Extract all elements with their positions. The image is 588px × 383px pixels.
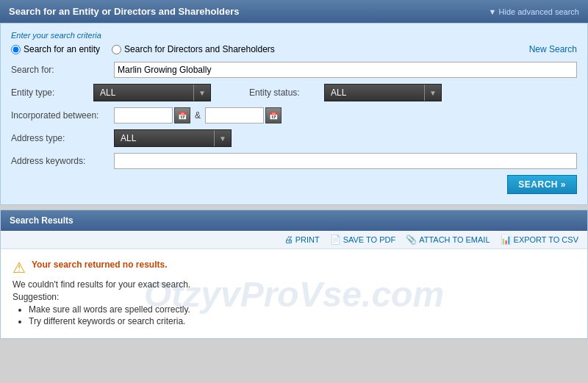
warning-text: Your search returned no results. — [32, 259, 168, 270]
between-ampersand: & — [190, 110, 205, 121]
address-keywords-input[interactable] — [114, 153, 577, 169]
suggestion-item-1: Make sure all words are spelled correctl… — [29, 304, 576, 315]
calendar-from-icon[interactable]: 📅 — [174, 107, 190, 124]
criteria-label: Enter your search criteria — [11, 31, 577, 40]
entity-status-group: Entity status: ALL ▼ — [249, 84, 442, 101]
entity-status-arrow-icon: ▼ — [425, 89, 441, 97]
search-for-label: Search for: — [11, 65, 114, 75]
hide-advanced-search-link[interactable]: Hide advanced search — [489, 7, 579, 16]
suggestion-item-2: Try different keywords or search criteri… — [29, 316, 576, 326]
radio-directors-option[interactable]: Search for Directors and Shareholders — [112, 44, 275, 54]
suggestion-list: Make sure all words are spelled correctl… — [12, 304, 576, 326]
print-label: PRINT — [295, 235, 320, 244]
search-button[interactable]: SEARCH » — [507, 175, 577, 194]
attach-email-label: ATTACH TO EMAIL — [419, 235, 490, 244]
date-from-input[interactable] — [114, 107, 173, 124]
entity-status-value: ALL — [325, 87, 424, 98]
save-pdf-label: SAVE TO PDF — [343, 235, 396, 244]
address-type-value: ALL — [115, 133, 214, 143]
suggestion-intro: We couldn't find results for your exact … — [12, 279, 576, 290]
radio-entity-input[interactable] — [11, 45, 21, 54]
entity-status-label: Entity status: — [249, 87, 315, 98]
incorporated-between-row: Incorporated between: 📅 & 📅 — [11, 107, 577, 124]
radio-group: Search for an entity Search for Director… — [11, 44, 275, 54]
warning-row: ⚠ Your search returned no results. — [12, 259, 576, 275]
email-icon: 📎 — [406, 235, 417, 245]
csv-icon: 📊 — [501, 235, 512, 245]
print-icon: 🖨 — [284, 235, 293, 245]
search-for-input[interactable] — [114, 62, 577, 78]
export-csv-action[interactable]: 📊 EXPORT TO CSV — [501, 235, 578, 245]
radio-entity-label: Search for an entity — [24, 44, 100, 54]
entity-type-arrow-icon: ▼ — [194, 89, 210, 97]
calendar-to-icon[interactable]: 📅 — [265, 107, 282, 124]
export-csv-label: EXPORT TO CSV — [514, 235, 578, 244]
attach-email-action[interactable]: 📎 ATTACH TO EMAIL — [406, 235, 490, 245]
results-panel: Search Results 🖨 PRINT 📄 SAVE TO PDF 📎 A… — [0, 210, 588, 339]
address-type-row: Address type: ALL ▼ — [11, 129, 577, 147]
address-type-label: Address type: — [11, 133, 114, 143]
results-header: Search Results — [1, 210, 587, 231]
page-header: Search for an Entity or Directors and Sh… — [0, 0, 588, 23]
entity-type-value: ALL — [94, 87, 193, 98]
new-search-link[interactable]: New Search — [529, 44, 577, 54]
incorporated-label: Incorporated between: — [11, 110, 114, 121]
address-keywords-row: Address keywords: — [11, 153, 577, 169]
print-action[interactable]: 🖨 PRINT — [284, 235, 320, 245]
address-keywords-label: Address keywords: — [11, 156, 114, 166]
page-title: Search for an Entity or Directors and Sh… — [9, 6, 240, 17]
results-content: ⚠ Your search returned no results. We co… — [12, 259, 576, 326]
search-type-row: Search for an entity Search for Director… — [11, 44, 577, 54]
entity-type-label: Entity type: — [11, 87, 85, 98]
warning-icon: ⚠ — [12, 260, 26, 275]
entity-type-dropdown[interactable]: ALL ▼ — [93, 84, 211, 101]
search-for-row: Search for: — [11, 62, 577, 78]
radio-entity-option[interactable]: Search for an entity — [11, 44, 100, 54]
results-toolbar: 🖨 PRINT 📄 SAVE TO PDF 📎 ATTACH TO EMAIL … — [1, 231, 587, 249]
address-type-dropdown[interactable]: ALL ▼ — [114, 129, 232, 147]
entity-status-dropdown[interactable]: ALL ▼ — [324, 84, 442, 101]
results-body: OtzyvProVse.com ⚠ Your search returned n… — [1, 249, 587, 338]
suggestion-label: Suggestion: — [12, 292, 576, 302]
radio-directors-input[interactable] — [112, 45, 121, 54]
search-form-panel: Enter your search criteria Search for an… — [0, 23, 588, 205]
address-type-arrow-icon: ▼ — [215, 135, 231, 143]
entity-type-row: Entity type: ALL ▼ Entity status: ALL ▼ — [11, 84, 577, 101]
pdf-icon: 📄 — [330, 235, 341, 245]
save-pdf-action[interactable]: 📄 SAVE TO PDF — [330, 235, 396, 245]
radio-directors-label: Search for Directors and Shareholders — [124, 44, 275, 54]
search-button-row: SEARCH » — [11, 175, 577, 194]
date-to-input[interactable] — [205, 107, 264, 124]
